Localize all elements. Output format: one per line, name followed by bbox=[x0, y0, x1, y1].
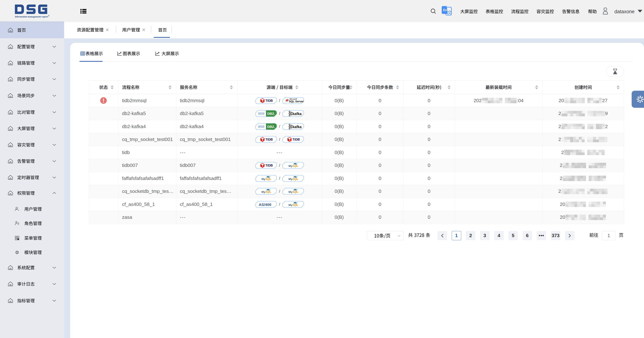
svg-text:TiDB: TiDB bbox=[292, 138, 300, 141]
svg-text:AS/400: AS/400 bbox=[259, 202, 272, 206]
svg-text:My: My bbox=[262, 177, 266, 181]
svg-text:IBM: IBM bbox=[258, 125, 264, 129]
svg-text:My: My bbox=[288, 190, 292, 193]
svg-text:SQL: SQL bbox=[292, 190, 298, 193]
svg-text:My: My bbox=[262, 190, 266, 193]
svg-text:SQL: SQL bbox=[292, 177, 298, 181]
svg-text:TiDB: TiDB bbox=[266, 164, 273, 167]
svg-text:kafka: kafka bbox=[292, 112, 302, 116]
svg-text:SQL: SQL bbox=[292, 164, 298, 167]
svg-text:SQL Server: SQL Server bbox=[289, 100, 304, 103]
svg-text:SQL: SQL bbox=[266, 177, 271, 181]
svg-text:My: My bbox=[288, 164, 292, 167]
svg-text:DB2.: DB2. bbox=[267, 125, 275, 129]
svg-text:TiDB: TiDB bbox=[266, 138, 273, 141]
svg-text:IBM: IBM bbox=[258, 112, 264, 116]
svg-text:My: My bbox=[288, 177, 292, 181]
svg-text:DB2.: DB2. bbox=[267, 112, 275, 116]
svg-text:SQL: SQL bbox=[266, 190, 271, 193]
svg-text:TiDB: TiDB bbox=[266, 99, 273, 102]
svg-text:My: My bbox=[288, 203, 292, 206]
svg-text:kafka: kafka bbox=[292, 125, 302, 129]
svg-text:En: En bbox=[443, 8, 447, 12]
svg-text:SQL: SQL bbox=[292, 203, 298, 206]
